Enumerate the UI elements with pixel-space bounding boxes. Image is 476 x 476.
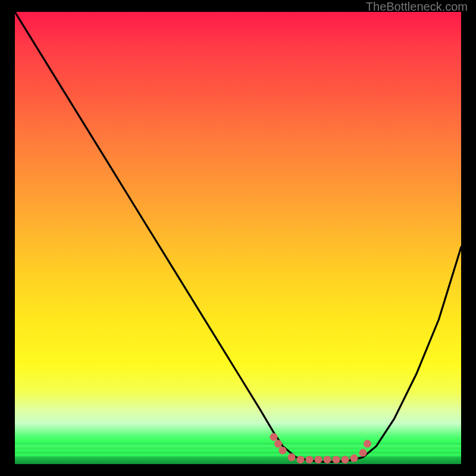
marker-dot <box>306 456 314 464</box>
marker-dot <box>279 447 287 455</box>
marker-dot <box>350 455 358 462</box>
marker-dot <box>342 456 349 464</box>
marker-dot <box>270 433 278 441</box>
marker-dot <box>364 440 371 447</box>
marker-dot <box>333 456 340 464</box>
curve-layer <box>15 12 461 464</box>
marker-dot <box>359 449 367 457</box>
marker-dot <box>297 456 305 464</box>
marker-dot <box>315 456 322 464</box>
marker-dot <box>274 440 282 447</box>
attribution-text: TheBottleneck.com <box>366 0 468 14</box>
chart-container: TheBottleneck.com <box>0 0 476 476</box>
marker-dot <box>324 456 331 464</box>
marker-dot <box>288 453 296 461</box>
optimal-range-markers <box>270 433 372 464</box>
bottleneck-curve <box>15 12 461 462</box>
